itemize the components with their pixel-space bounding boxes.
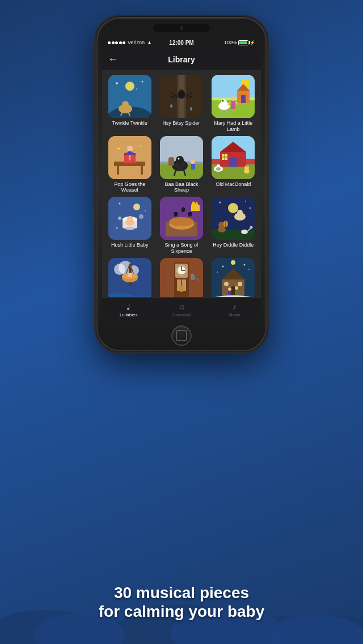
song-thumb-mary: [212, 75, 255, 118]
home-button[interactable]: [171, 325, 192, 346]
status-bar: Verizon ▲ 12:00 PM 100% ⚡: [102, 36, 261, 49]
svg-point-85: [216, 167, 221, 171]
svg-rect-36: [241, 95, 246, 103]
promo-line2: for calming your baby: [0, 602, 363, 621]
signal-dot-5: [123, 41, 125, 44]
lullabies-label: Lullabies: [120, 312, 138, 317]
song-thumb-sing: [160, 197, 203, 240]
page-title: Library: [168, 55, 195, 64]
phone-speaker: [153, 24, 210, 32]
svg-rect-164: [228, 291, 231, 295]
svg-point-105: [174, 213, 178, 217]
song-item-old[interactable]: Old MacDonald: [209, 136, 258, 194]
song-item-hey[interactable]: Hey Diddle Diddle: [209, 197, 258, 255]
carrier-info: Verizon ▲: [108, 40, 152, 45]
svg-point-68: [180, 162, 185, 167]
song-thumb-hey: [212, 197, 255, 240]
back-button[interactable]: ←: [108, 53, 118, 65]
promo-section: 30 musical pieces for calming your baby: [0, 583, 363, 621]
classical-label: Classical: [172, 312, 191, 317]
song-item-baa[interactable]: Baa Baa Black Sheep: [157, 136, 205, 194]
song-item-pop[interactable]: ✦ ✦ Pop Goes the Weasel: [105, 136, 154, 194]
wifi-icon: ▲: [147, 40, 152, 45]
svg-point-9: [125, 82, 134, 91]
song-item-silent[interactable]: Silent Night: [209, 258, 258, 297]
song-title-itsy: Itsy Bitsy Spider: [163, 120, 200, 126]
svg-point-160: [224, 282, 229, 286]
svg-point-124: [241, 230, 248, 234]
song-thumb-hush: [108, 197, 151, 240]
song-item-mary[interactable]: Mary Had a Little Lamb: [209, 75, 258, 133]
svg-point-90: [133, 204, 140, 210]
music-label: Music: [229, 312, 240, 317]
tab-bar: ♩ Lullabies ♫ Classical ♪ Music: [102, 297, 261, 322]
svg-point-28: [170, 104, 172, 108]
song-thumb-baa: [160, 136, 203, 179]
phone-device: Verizon ▲ 12:00 PM 100% ⚡ ← Library: [96, 17, 267, 351]
battery-info: 100% ⚡: [224, 40, 255, 45]
signal-dot-1: [108, 41, 111, 44]
song-thumb-pop: ✦ ✦: [108, 136, 151, 179]
song-thumb-silent: [212, 258, 255, 297]
svg-point-107: [188, 213, 192, 217]
svg-point-99: [139, 214, 143, 219]
song-item-hickory[interactable]: Hickory Dickory Dock: [157, 258, 205, 297]
svg-point-104: [169, 217, 194, 226]
svg-point-161: [238, 282, 242, 286]
svg-point-42: [231, 96, 235, 101]
song-grid: Twinkle Twinkle: [105, 75, 258, 297]
music-icon: ♪: [233, 302, 237, 311]
song-title-old: Old MacDonald: [216, 181, 251, 188]
svg-rect-166: [235, 290, 238, 295]
svg-text:✦: ✦: [117, 146, 121, 151]
signal-strength: [108, 41, 125, 44]
tab-classical[interactable]: ♫ Classical: [155, 302, 208, 317]
svg-point-23: [179, 90, 184, 94]
song-item-itsy[interactable]: Itsy Bitsy Spider: [157, 75, 205, 133]
svg-point-126: [250, 226, 253, 229]
svg-point-156: [248, 269, 250, 270]
svg-point-155: [217, 272, 218, 273]
svg-point-114: [220, 202, 221, 204]
tab-music[interactable]: ♪ Music: [208, 302, 261, 317]
svg-point-119: [218, 227, 226, 232]
svg-point-87: [244, 169, 250, 173]
svg-point-95: [125, 227, 134, 230]
signal-dot-2: [112, 41, 115, 44]
song-item-sing[interactable]: Sing a Song of Sixpence: [157, 197, 205, 255]
svg-point-116: [250, 207, 251, 209]
svg-rect-48: [117, 166, 119, 175]
camera: [180, 26, 183, 29]
svg-point-115: [245, 201, 246, 202]
song-thumb-old: [212, 136, 255, 179]
svg-point-113: [228, 203, 238, 213]
svg-point-70: [191, 159, 195, 164]
song-item-twinkle[interactable]: Twinkle Twinkle: [105, 75, 154, 133]
svg-point-12: [136, 88, 137, 90]
svg-point-100: [116, 227, 118, 229]
song-title-pop: Pop Goes the Weasel: [107, 181, 153, 194]
song-thumb-rock: [108, 258, 151, 297]
svg-point-146: [179, 286, 184, 292]
battery-icon: [238, 40, 248, 45]
svg-rect-71: [191, 164, 195, 170]
svg-point-149: [191, 274, 193, 276]
svg-point-91: [119, 203, 120, 205]
library-content[interactable]: Twinkle Twinkle: [102, 70, 261, 297]
tab-lullabies[interactable]: ♩ Lullabies: [102, 302, 155, 317]
song-title-baa: Baa Baa Black Sheep: [159, 181, 204, 194]
song-thumb-twinkle: [108, 75, 151, 118]
svg-point-39: [222, 100, 224, 102]
svg-point-106: [182, 209, 185, 212]
song-title-sing: Sing a Song of Sixpence: [159, 242, 204, 255]
svg-point-73: [168, 157, 174, 160]
phone-screen: Verizon ▲ 12:00 PM 100% ⚡ ← Library: [102, 36, 261, 322]
svg-rect-108: [191, 205, 200, 211]
svg-point-64: [178, 158, 179, 159]
song-item-rock[interactable]: Rock-a-Bye Baby: [105, 258, 154, 297]
song-item-hush[interactable]: Hush Little Baby: [105, 197, 154, 255]
svg-point-98: [118, 217, 121, 220]
svg-point-136: [128, 273, 132, 277]
svg-text:✦: ✦: [140, 145, 142, 148]
svg-point-165: [235, 286, 238, 290]
